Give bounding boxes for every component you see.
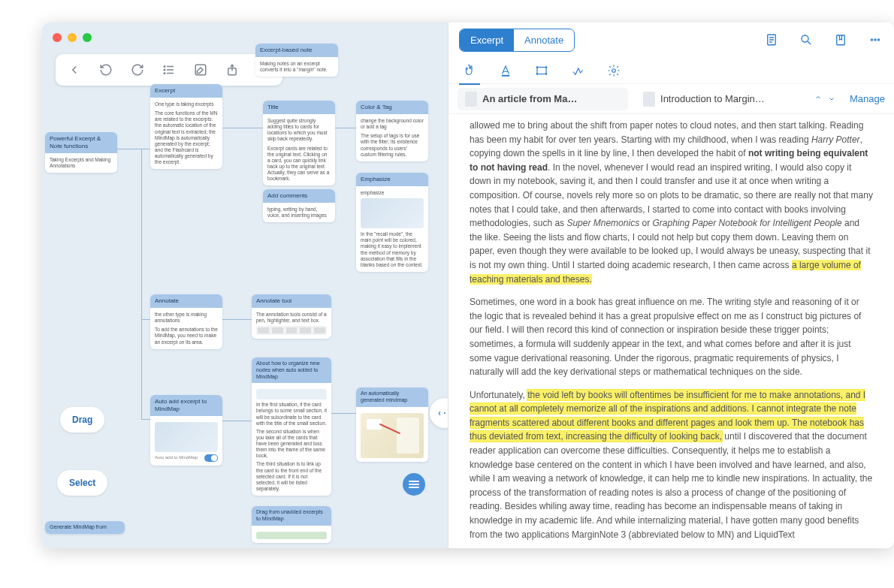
node-title: Emphasize [356,173,428,186]
svg-point-19 [871,39,872,41]
mindmap-pane: Powerful Excerpt & Note functions Taking… [42,23,448,548]
hand-icon[interactable] [462,63,477,78]
drag-button[interactable]: Drag [60,407,104,433]
article-content[interactable]: allowed me to bring about the shift from… [449,114,894,548]
node-title: Annotate tool [252,294,331,308]
node-title: Color & Tag [356,101,428,114]
paragraph: Sometimes, one word in a book has great … [470,295,873,379]
node-title: Powerful Excerpt & Note functions [45,132,117,153]
image-placeholder [361,198,424,228]
tab-label: Introduction to Margin… [660,93,765,104]
app-window: Powerful Excerpt & Note functions Taking… [42,23,894,548]
node-excerpt[interactable]: Excerpt One type is taking excerpts The … [150,84,222,169]
search-icon[interactable] [798,32,814,48]
annotation-tools [449,57,894,84]
svg-point-27 [545,73,547,74]
svg-point-28 [612,68,616,72]
more-icon[interactable] [867,32,883,48]
toolbar-thumbnail [256,326,327,335]
tab-annotate[interactable]: Annotate [514,29,574,51]
node-add-comments[interactable]: Add comments typing, writing by hand, vo… [263,189,335,222]
node-annotate[interactable]: Annotate the other type is making annota… [150,294,222,349]
text-highlight-icon[interactable] [498,63,513,78]
svg-point-25 [545,66,547,68]
svg-rect-18 [837,35,845,45]
svg-point-26 [536,73,538,74]
node-title: About how to organize new nodes when aut… [252,357,331,383]
node-organize[interactable]: About how to organize new nodes when aut… [252,357,331,496]
node-auto-generated[interactable]: An automatically generated mindmap [356,387,428,462]
svg-rect-23 [537,67,546,74]
mindmap-canvas[interactable]: Powerful Excerpt & Note functions Taking… [42,23,448,548]
image-placeholder [155,422,218,452]
svg-point-20 [874,39,876,41]
tab-article-1[interactable]: An article from Ma… [458,88,628,110]
paragraph: Unfortunately, the void left by books wi… [470,388,873,542]
node-body: emphasize In the "recall mode", the main… [356,186,428,272]
thumbnail [256,389,327,400]
node-title: Excerpt-based note [255,44,338,57]
node-title: Generate MindMap from [45,521,125,534]
node-annotate-tool[interactable]: Annotate tool The annotation tools consi… [252,294,331,339]
node-body: change the background color or add a tag… [356,114,428,161]
node-title: Annotate [150,294,222,308]
lasso-icon[interactable] [570,63,585,78]
node-title: Add comments [263,189,335,203]
mode-segmented: Excerpt Annotate [459,29,575,52]
svg-point-21 [877,39,879,41]
node-title: Auto add excerpt to MindMap [150,395,222,416]
toggle-icon [204,454,218,462]
tab-label: An article from Ma… [482,93,577,104]
tab-article-2[interactable]: Introduction to Margin… [636,88,806,110]
document-icon[interactable] [763,32,780,48]
node-title: Excerpt [150,84,222,98]
node-generate-from[interactable]: Generate MindMap from [45,521,125,534]
reader-pane: Excerpt Annotate An article from Ma… Int… [448,23,894,548]
nav-widget[interactable]: ‹ · › [430,398,448,428]
thumbnail [256,532,327,539]
node-root[interactable]: Powerful Excerpt & Note functions Taking… [45,132,117,173]
node-body: One type is taking excerpts The core fun… [150,98,222,169]
node-title: An automatically generated mindmap [356,387,428,407]
node-title: Drag from unadded excerpts to MindMap [252,506,331,526]
node-color-tag[interactable]: Color & Tag change the background color … [356,101,428,161]
node-body: In the first situation, if the card belo… [252,383,331,496]
node-body: Suggest quite strongly adding titles to … [263,114,335,185]
document-icon [465,92,477,107]
node-title: Title [263,101,335,114]
bookmark-icon[interactable] [832,32,849,48]
svg-point-16 [802,35,808,42]
paragraph: allowed me to bring about the shift from… [470,119,873,286]
node-emphasize[interactable]: Emphasize emphasize In the "recall mode"… [356,173,428,272]
tab-excerpt[interactable]: Excerpt [460,29,514,51]
document-tabs: An article from Ma… Introduction to Marg… [449,84,894,114]
reader-topbar: Excerpt Annotate [449,23,894,57]
node-auto-add[interactable]: Auto add excerpt to MindMap Auto add to … [150,395,222,466]
node-body: Making notes on an excerpt converts it i… [255,57,338,77]
svg-line-17 [808,41,811,44]
node-excerpt-based[interactable]: Excerpt-based note Making notes on an ex… [255,44,338,77]
tab-switcher[interactable] [814,95,823,104]
settings-icon[interactable] [606,63,621,78]
mindmap-thumbnail [361,413,424,458]
node-body: Auto add to MindMap [150,416,222,466]
node-body: typing, writing by hand, voice, and inse… [263,203,335,222]
menu-button[interactable] [403,473,425,496]
select-button[interactable]: Select [57,470,107,496]
node-body: The annotation tools consist of a pen, h… [252,308,331,339]
svg-point-24 [536,66,538,68]
node-body: the other type is making annotations To … [150,308,222,349]
node-drag-unadded[interactable]: Drag from unadded excerpts to MindMap [252,506,331,543]
node-body: Taking Excerpts and Making Annotations [45,153,117,173]
manage-button[interactable]: Manage [850,93,885,104]
node-body [252,526,331,543]
document-icon [643,92,655,107]
node-body [356,407,428,462]
tab-switcher-down[interactable] [827,95,836,104]
rectangle-icon[interactable] [534,63,549,78]
node-title-card[interactable]: Title Suggest quite strongly adding titl… [263,101,335,185]
